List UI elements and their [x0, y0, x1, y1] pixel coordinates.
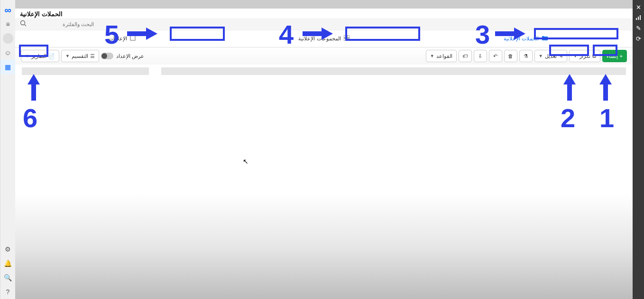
presetup-group: عرض الإعداد	[101, 53, 144, 59]
bell-icon[interactable]: 🔔	[0, 256, 16, 271]
tab-campaigns-label: الحملات الإعلانية	[504, 36, 539, 42]
svg-line-4	[25, 25, 27, 27]
reports-button[interactable]: 📄 التقارير ▼	[21, 50, 59, 62]
app-root: ✕ ✎ ⟳ الحملات الإعلانية الحملات الإعلاني…	[0, 0, 644, 299]
close-icon[interactable]: ✕	[633, 2, 644, 12]
toolbar: + إنشاء ⧉ تكرار ▼ ✎ تعديل ▼ ⚗ 🗑 ↶ ⇩ 🏷 ال…	[15, 47, 633, 65]
chevron-down-icon: ▼	[430, 54, 434, 58]
search-rail-icon[interactable]: 🔍	[0, 271, 16, 285]
account-icon[interactable]	[3, 33, 13, 44]
svg-point-3	[21, 21, 25, 25]
pencil-icon: ✎	[559, 53, 563, 59]
chevron-down-icon: ▼	[573, 54, 578, 58]
content-area: ↖	[15, 65, 633, 299]
tabs-row: الحملات الإعلانية المجموعات الإعلانية ال…	[15, 30, 633, 47]
ab-test-button[interactable]: ⚗	[519, 50, 533, 62]
svg-rect-9	[130, 36, 135, 40]
reports-icon: 📄	[48, 53, 55, 59]
breakdown-button[interactable]: ☰ التقسيم ▼	[61, 50, 99, 62]
export-button[interactable]: ⇩	[474, 50, 487, 62]
trash-icon: 🗑	[508, 53, 513, 59]
plus-icon: +	[620, 53, 623, 59]
meta-icon[interactable]: ∞	[0, 3, 16, 17]
table-header-placeholder-2	[22, 67, 149, 75]
search-row	[15, 19, 633, 30]
svg-rect-2	[640, 15, 641, 20]
top-strip	[15, 0, 633, 9]
breakdown-label: التقسيم	[72, 53, 88, 59]
svg-rect-8	[347, 38, 350, 41]
left-rail: ✕ ✎ ⟳	[633, 0, 644, 299]
duplicate-icon: ⧉	[592, 53, 596, 59]
columns-icon: ☰	[90, 53, 95, 59]
svg-rect-7	[344, 38, 346, 41]
tab-campaigns[interactable]: الحملات الإعلانية	[425, 33, 627, 45]
help-icon[interactable]: ?	[0, 285, 16, 299]
edit-label: تعديل	[545, 53, 557, 59]
chevron-down-icon: ▼	[539, 54, 543, 58]
tag-button[interactable]: 🏷	[459, 50, 472, 62]
main-area: الحملات الإعلانية الحملات الإعلانية المج…	[15, 0, 633, 299]
grid-view-icon[interactable]: ▦	[0, 60, 16, 74]
duplicate-button[interactable]: ⧉ تكرار ▼	[569, 50, 600, 62]
table-header-placeholder	[161, 67, 626, 75]
delete-button[interactable]: 🗑	[504, 50, 517, 62]
page-title: الحملات الإعلانية	[20, 10, 63, 18]
svg-rect-5	[344, 35, 346, 37]
tab-ads-label: الإعلانات	[109, 36, 127, 42]
rules-button[interactable]: القواعد ▼	[426, 50, 457, 62]
svg-rect-0	[636, 18, 637, 20]
tab-ads[interactable]: الإعلانات	[21, 33, 223, 45]
duplicate-label: تكرار	[580, 53, 590, 59]
tab-adsets-label: المجموعات الإعلانية	[298, 36, 340, 42]
cursor-icon: ↖	[243, 158, 248, 165]
search-input[interactable]	[28, 21, 95, 28]
rules-label: القواعد	[436, 53, 452, 59]
create-label: إنشاء	[607, 53, 618, 59]
chevron-down-icon: ▼	[65, 54, 70, 58]
settings-icon[interactable]: ⚙	[0, 242, 16, 256]
svg-rect-1	[638, 17, 639, 20]
tag-icon: 🏷	[462, 53, 468, 59]
presetup-label: عرض الإعداد	[116, 53, 144, 59]
undo-button[interactable]: ↶	[489, 50, 502, 62]
undo-icon: ↶	[493, 53, 497, 59]
toggle-off-icon[interactable]	[101, 53, 113, 59]
tab-adsets[interactable]: المجموعات الإعلانية	[223, 33, 425, 45]
smiley-icon[interactable]: ☺	[0, 46, 16, 60]
edit-button[interactable]: ✎ تعديل ▼	[534, 50, 567, 62]
export-icon: ⇩	[478, 53, 482, 59]
page-header: الحملات الإعلانية	[15, 9, 633, 19]
svg-rect-6	[347, 35, 350, 37]
flask-icon: ⚗	[524, 53, 528, 59]
menu-icon[interactable]: ≡	[0, 17, 16, 31]
search-icon	[20, 20, 27, 28]
chevron-down-icon: ▼	[25, 54, 29, 58]
ad-icon	[130, 35, 136, 42]
folder-icon	[542, 35, 548, 42]
create-button[interactable]: + إنشاء	[602, 50, 627, 62]
right-rail: ∞ ≡ ☺ ▦ ⚙ 🔔 🔍 ?	[0, 0, 15, 299]
chart-icon[interactable]	[633, 12, 644, 23]
grid-icon	[344, 35, 350, 42]
reports-label: التقارير	[31, 53, 46, 59]
edit-icon[interactable]: ✎	[633, 23, 644, 33]
history-icon[interactable]: ⟳	[633, 33, 644, 44]
